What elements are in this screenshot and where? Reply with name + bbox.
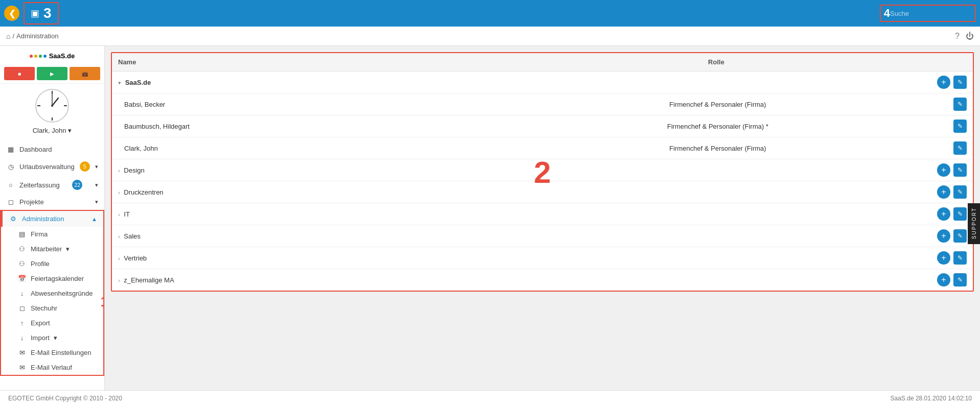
col-name-header: Name bbox=[118, 58, 517, 66]
import-label: Import bbox=[31, 334, 50, 342]
administration-icon: ⚙ bbox=[9, 215, 18, 223]
admin-section: ⚙ Administration ▲ ▤ Firma ⚇ Mitarbeiter… bbox=[0, 210, 104, 376]
help-button[interactable]: ? bbox=[955, 32, 960, 41]
row-name: › z_Ehemalige MA bbox=[118, 276, 517, 284]
expand-icon[interactable]: › bbox=[118, 211, 120, 218]
sidebar-item-urlaubsverwaltung[interactable]: ◷ Urlaubsverwaltung 5 ▾ bbox=[0, 157, 104, 176]
row-name: › Vertrieb bbox=[118, 254, 517, 262]
add-button[interactable]: + bbox=[937, 229, 950, 243]
edit-button[interactable]: ✎ bbox=[953, 120, 967, 133]
user-dropdown[interactable]: Clark, John ▾ bbox=[30, 124, 75, 137]
active-tab[interactable]: ▣ 3 bbox=[24, 2, 59, 25]
add-button[interactable]: + bbox=[937, 76, 950, 89]
back-button[interactable]: ❮ bbox=[4, 6, 19, 21]
edit-button[interactable]: ✎ bbox=[953, 207, 967, 221]
edit-button[interactable]: ✎ bbox=[953, 251, 967, 265]
table-row: › z_Ehemalige MA + ✎ bbox=[112, 269, 973, 291]
search-input[interactable] bbox=[890, 10, 972, 17]
secondbar: ⌂ / Administration ? ⏻ bbox=[0, 27, 980, 46]
edit-button[interactable]: ✎ bbox=[953, 229, 967, 243]
feiertagskalender-label: Feiertagskalender bbox=[31, 275, 84, 282]
power-button[interactable]: ⏻ bbox=[966, 32, 974, 41]
edit-button[interactable]: ✎ bbox=[953, 163, 967, 177]
sidebar-item-zeiterfassung[interactable]: ○ Zeiterfassung 22 ▾ bbox=[0, 176, 104, 194]
row-name: › IT bbox=[118, 210, 517, 218]
projekte-icon: ◻ bbox=[6, 198, 15, 206]
add-button[interactable]: + bbox=[937, 185, 950, 199]
home-icon[interactable]: ⌂ bbox=[6, 32, 10, 40]
dashboard-icon: ▦ bbox=[6, 146, 15, 153]
expand-icon[interactable]: › bbox=[118, 233, 120, 240]
profile-icon: ⚇ bbox=[17, 260, 27, 268]
zeiterfassung-badge: 22 bbox=[72, 180, 82, 190]
add-button[interactable]: + bbox=[937, 163, 950, 177]
table-row: Baumbusch, Hildegart Firmenchef & Person… bbox=[112, 115, 973, 137]
table-row: › Design + ✎ bbox=[112, 159, 973, 181]
email-einstellungen-label: E-Mail Einstellungen bbox=[31, 349, 92, 356]
sidebar-item-abwesenheitsgruende[interactable]: ↓ Abwesenheitsgründe 1 bbox=[1, 286, 103, 301]
edit-button[interactable]: ✎ bbox=[953, 273, 967, 286]
sidebar-item-export[interactable]: ↑ Export bbox=[1, 316, 103, 330]
expand-icon[interactable]: › bbox=[118, 168, 120, 174]
search-box: 4 bbox=[880, 5, 976, 22]
row-actions: + ✎ bbox=[916, 163, 967, 177]
add-button[interactable]: + bbox=[937, 207, 950, 221]
zeiterfassung-icon: ○ bbox=[6, 181, 15, 189]
profile-label: Profile bbox=[31, 260, 50, 268]
sidebar-item-stechuhr[interactable]: ◻ Stechuhr bbox=[1, 301, 103, 316]
edit-button[interactable]: ✎ bbox=[953, 141, 967, 155]
play-button[interactable]: ▶ bbox=[37, 67, 67, 80]
expand-icon[interactable]: › bbox=[118, 277, 120, 283]
zeiterfassung-arrow: ▾ bbox=[95, 182, 98, 188]
expand-icon[interactable]: › bbox=[118, 189, 120, 196]
stop-button[interactable]: ■ bbox=[4, 67, 35, 80]
work-button[interactable]: 💼 bbox=[70, 67, 100, 80]
sidebar-item-feiertagskalender[interactable]: 📅 Feiertagskalender bbox=[1, 271, 103, 286]
row-actions: + ✎ bbox=[916, 207, 967, 221]
search-number: 4 bbox=[884, 7, 890, 20]
col-role-header: Rolle bbox=[517, 58, 916, 66]
row-name: Baumbusch, Hildegart bbox=[124, 123, 520, 130]
edit-button[interactable]: ✎ bbox=[953, 185, 967, 199]
main-table-container: 2 Name Rolle ▾ SaaS.de + ✎ bbox=[111, 52, 974, 292]
clock bbox=[34, 88, 70, 124]
footer: EGOTEC GmbH Copyright © 2010 - 2020 SaaS… bbox=[0, 390, 980, 406]
row-actions: + ✎ bbox=[916, 273, 967, 286]
sidebar-item-projekte[interactable]: ◻ Projekte ▾ bbox=[0, 194, 104, 210]
email-einstellungen-icon: ✉ bbox=[17, 349, 27, 356]
logo-text: SaaS.de bbox=[49, 52, 75, 60]
row-actions: + ✎ bbox=[916, 229, 967, 243]
sidebar-item-administration[interactable]: ⚙ Administration ▲ bbox=[1, 211, 103, 227]
row-actions: + ✎ bbox=[916, 251, 967, 265]
table-row: › IT + ✎ bbox=[112, 203, 973, 225]
sidebar-item-import[interactable]: ↓ Import ▾ bbox=[1, 330, 103, 345]
add-button[interactable]: + bbox=[937, 251, 950, 265]
edit-button[interactable]: ✎ bbox=[953, 98, 967, 111]
expand-icon[interactable]: ▾ bbox=[118, 80, 121, 86]
sidebar-item-email-einstellungen[interactable]: ✉ E-Mail Einstellungen bbox=[1, 345, 103, 360]
sidebar-item-email-verlauf[interactable]: ✉ E-Mail Verlauf bbox=[1, 360, 103, 375]
row-name: Babsi, Becker bbox=[124, 101, 520, 108]
expand-icon[interactable]: › bbox=[118, 255, 120, 261]
firma-label: Firma bbox=[31, 230, 48, 238]
administration-label: Administration bbox=[22, 215, 64, 223]
support-tab[interactable]: SUPPORT bbox=[968, 203, 980, 244]
dropdown-arrow: ▾ bbox=[68, 127, 72, 134]
sidebar-item-firma[interactable]: ▤ Firma bbox=[1, 227, 103, 242]
sidebar-item-dashboard[interactable]: ▦ Dashboard bbox=[0, 141, 104, 157]
breadcrumb-separator: / bbox=[12, 32, 14, 40]
row-actions: ✎ bbox=[916, 141, 967, 155]
sidebar-item-mitarbeiter[interactable]: ⚇ Mitarbeiter ▾ bbox=[1, 242, 103, 256]
firma-icon: ▤ bbox=[17, 230, 27, 238]
logo-area: SaaS.de bbox=[0, 46, 104, 64]
tab-number: 3 bbox=[43, 5, 52, 21]
stechuhr-icon: ◻ bbox=[17, 304, 27, 312]
table-row: Clark, John Firmenchef & Personaler (Fir… bbox=[112, 137, 973, 159]
add-button[interactable]: + bbox=[937, 273, 950, 286]
table-row: › Vertrieb + ✎ bbox=[112, 247, 973, 269]
mitarbeiter-arrow: ▾ bbox=[66, 245, 70, 253]
sidebar-item-profile[interactable]: ⚇ Profile bbox=[1, 256, 103, 271]
tab-icon: ▣ bbox=[31, 8, 39, 19]
topbar-left: ❮ ▣ 3 bbox=[4, 2, 59, 25]
edit-button[interactable]: ✎ bbox=[953, 76, 967, 89]
